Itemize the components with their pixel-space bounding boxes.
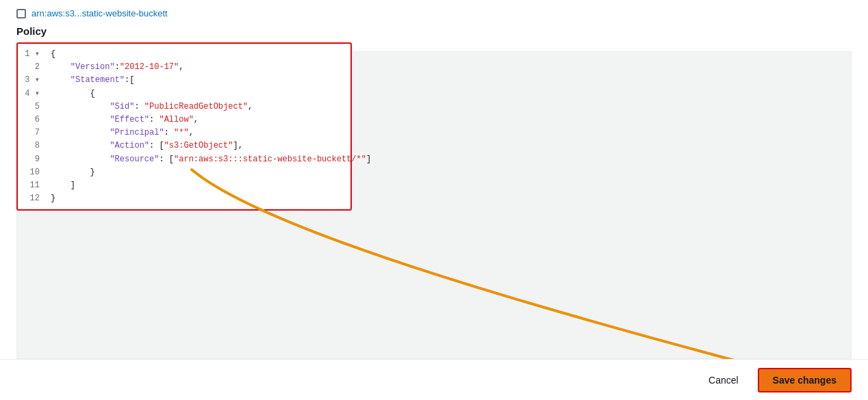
line-num-9: 9 — [25, 153, 40, 166]
line-num-3: 3 ▾ — [25, 74, 40, 87]
cancel-button[interactable]: Cancel — [698, 371, 750, 390]
code-line-1: { — [51, 48, 371, 61]
line-num-12: 12 — [25, 192, 40, 205]
line-num-6: 6 — [25, 114, 40, 126]
code-line-7: "Principal": "*", — [51, 126, 371, 139]
line-num-2: 2 — [25, 61, 40, 74]
line-num-4: 4 ▾ — [25, 88, 40, 101]
code-line-6: "Effect": "Allow", — [51, 114, 371, 126]
resource-text: arn:aws:s3...static-website-buckett — [31, 8, 168, 18]
code-line-11: ] — [51, 179, 371, 192]
line-num-10: 10 — [25, 166, 40, 179]
code-line-10: } — [51, 166, 371, 179]
code-line-8: "Action": ["s3:GetObject"], — [51, 139, 371, 152]
line-numbers: 1 ▾ 2 3 ▾ 4 ▾ 5 6 7 8 9 10 11 12 — [18, 48, 45, 205]
code-line-3: "Statement":[ — [51, 74, 371, 87]
code-editor-content[interactable]: 1 ▾ 2 3 ▾ 4 ▾ 5 6 7 8 9 10 11 12 { "Ver — [18, 44, 350, 209]
page-container: arn:aws:s3...static-website-buckett Poli… — [0, 0, 868, 400]
save-changes-button[interactable]: Save changes — [758, 368, 852, 392]
resource-link: arn:aws:s3...static-website-buckett — [16, 8, 852, 18]
bottom-bar: Cancel Save changes — [0, 359, 868, 400]
policy-label: Policy — [16, 25, 852, 37]
code-line-2: "Version":"2012-10-17", — [51, 61, 371, 74]
checkbox-icon — [16, 9, 26, 18]
code-line-9: "Resource": ["arn:aws:s3:::static-websit… — [51, 153, 371, 166]
code-line-4: { — [51, 88, 371, 101]
line-num-8: 8 — [25, 139, 40, 152]
code-lines: { "Version":"2012-10-17", "Statement":[ … — [45, 48, 376, 205]
code-line-12: } — [51, 192, 371, 205]
line-num-1: 1 ▾ — [25, 48, 40, 61]
line-num-7: 7 — [25, 126, 40, 139]
top-bar: arn:aws:s3...static-website-buckett — [0, 0, 868, 21]
line-num-5: 5 — [25, 101, 40, 114]
policy-editor[interactable]: 1 ▾ 2 3 ▾ 4 ▾ 5 6 7 8 9 10 11 12 { "Ver — [16, 42, 352, 211]
line-num-11: 11 — [25, 179, 40, 192]
code-line-5: "Sid": "PublicReadGetObject", — [51, 101, 371, 114]
